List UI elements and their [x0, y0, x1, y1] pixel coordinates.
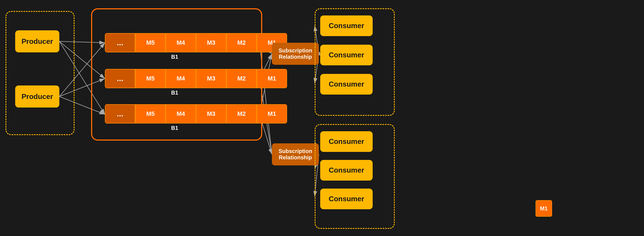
msg-m3-2: M3	[196, 69, 226, 88]
msg-m5-2: M5	[135, 69, 166, 88]
msg-dots-3: ...	[105, 104, 135, 124]
consumer-2-3: Consumer	[320, 189, 373, 209]
consumer-2-1-label: Consumer	[329, 137, 364, 146]
msg-m5-1: M5	[135, 33, 166, 52]
producer-2-label: Producer	[22, 92, 53, 101]
msg-m1-2: M1	[257, 69, 287, 88]
msg-m2-2: M2	[226, 69, 257, 88]
producers-container	[6, 11, 75, 135]
sub-rel-2: Subscription Relationship	[272, 143, 319, 165]
queue-1: ... M5 M4 M3 M2 M1	[105, 33, 287, 52]
consumer-1-1-label: Consumer	[329, 22, 364, 30]
queue-1-label: B1	[171, 54, 178, 60]
producer-2: Producer	[15, 85, 59, 108]
consumer-2-2-label: Consumer	[329, 166, 364, 175]
msg-m3-1: M3	[196, 33, 226, 52]
sub-rel-1-label: Subscription Relationship	[274, 47, 317, 60]
msg-m2-1: M2	[226, 33, 257, 52]
consumer-2-3-label: Consumer	[329, 195, 364, 203]
msg-m4-2: M4	[166, 69, 196, 88]
consumer-1-2: Consumer	[320, 45, 373, 65]
producer-1: Producer	[15, 30, 59, 52]
consumer-2-1: Consumer	[320, 131, 373, 152]
sub-rel-2-label: Subscription Relationship	[274, 148, 317, 161]
msg-m2-3: M2	[226, 104, 257, 124]
queue-2-label: B1	[171, 90, 178, 96]
msg-m3-3: M3	[196, 104, 226, 124]
consumer-1-3-label: Consumer	[329, 80, 364, 88]
consumer-1-1: Consumer	[320, 15, 373, 36]
msg-m1-3: M1	[257, 104, 287, 124]
queue-2: ... M5 M4 M3 M2 M1	[105, 69, 287, 88]
legend-box: M1	[536, 200, 552, 217]
msg-m4-1: M4	[166, 33, 196, 52]
queue-3: ... M5 M4 M3 M2 M1	[105, 104, 287, 124]
msg-m4-3: M4	[166, 104, 196, 124]
producer-1-label: Producer	[22, 37, 53, 46]
msg-dots-1: ...	[105, 33, 135, 52]
msg-dots-2: ...	[105, 69, 135, 88]
queue-3-label: B1	[171, 125, 178, 131]
consumer-1-3: Consumer	[320, 74, 373, 95]
consumer-1-2-label: Consumer	[329, 51, 364, 59]
msg-m5-3: M5	[135, 104, 166, 124]
legend-box-label: M1	[540, 205, 548, 212]
consumer-2-2: Consumer	[320, 160, 373, 181]
sub-rel-1: Subscription Relationship	[272, 43, 319, 65]
